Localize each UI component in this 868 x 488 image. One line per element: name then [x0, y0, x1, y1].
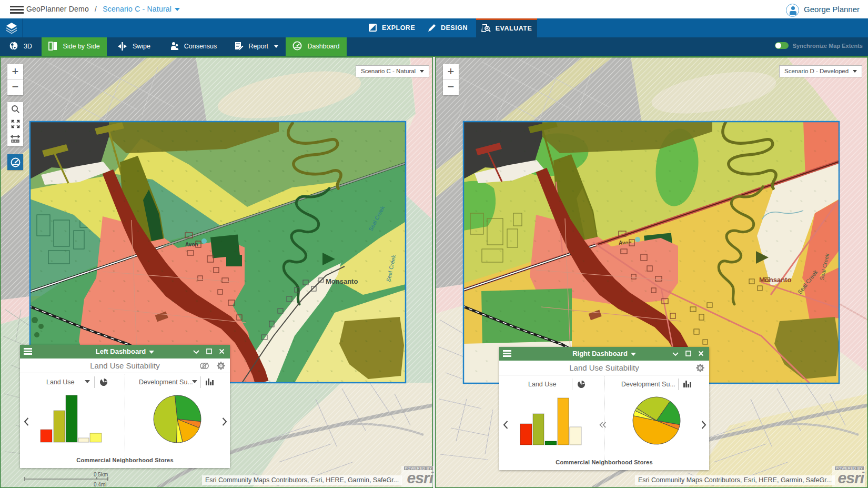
svg-text:Monsanto: Monsanto — [326, 277, 358, 285]
svg-text:Monsanto: Monsanto — [759, 276, 791, 284]
svg-text:0.4mi: 0.4mi — [94, 482, 106, 487]
svg-text:0.5km: 0.5km — [94, 472, 108, 477]
